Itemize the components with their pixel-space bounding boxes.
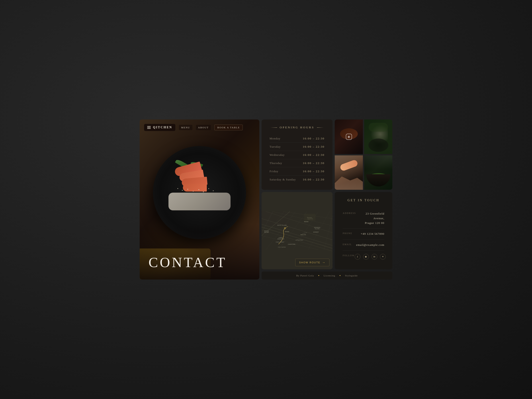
right-section: OPENING HOURS Monday 16:00 – 22:30 Tuesd… <box>262 120 392 279</box>
photo-cell-1[interactable]: ◉ <box>335 120 363 154</box>
hours-time: 16:00 – 22:30 <box>303 137 324 140</box>
svg-text:SOHO: SOHO <box>285 231 290 232</box>
hours-row: Saturday & Sunday 16:00 – 22:30 <box>270 176 324 184</box>
show-route-label: SHOW ROUTE <box>299 261 320 264</box>
svg-text:NOLITA: NOLITA <box>301 234 306 235</box>
photo-grid: ◉ <box>335 120 392 190</box>
photo-cell-3[interactable] <box>335 155 363 190</box>
email-label: EMAIL <box>343 243 352 246</box>
address-label: ADDRESS <box>343 211 356 214</box>
hours-row: Tuesday 16:00 – 22:30 <box>270 143 324 151</box>
get-in-touch-title: GET IN TOUCH <box>343 199 384 202</box>
get-in-touch-panel: GET IN TOUCH ADDRESS 23 Greenfield Avenu… <box>335 192 392 269</box>
hero-panel: CONTACT QITCHEN MENU ABOUT BOOK A TABLE <box>140 120 259 279</box>
hours-row: Monday 16:00 – 22:30 <box>270 134 324 143</box>
opening-hours-panel: OPENING HOURS Monday 16:00 – 22:30 Tuesd… <box>262 120 332 190</box>
footer-bar: By Pawel Gola Licensing Styleguide <box>262 272 392 279</box>
nav-menu-link[interactable]: MENU <box>179 125 192 130</box>
svg-text:LOWER: LOWER <box>279 237 283 238</box>
nav-about-link[interactable]: ABOUT <box>196 125 211 130</box>
address-row: ADDRESS 23 Greenfield Avenue,Prague 120 … <box>343 208 384 228</box>
hours-time: 16:00 – 22:30 <box>303 170 324 173</box>
facebook-icon[interactable]: f <box>355 254 361 260</box>
seeds-decor <box>177 188 222 206</box>
hours-day: Tuesday <box>270 145 281 149</box>
svg-text:VILLAGE: VILLAGE <box>315 228 320 229</box>
hours-time: 16:00 – 22:30 <box>303 145 324 149</box>
food-visual <box>157 151 242 217</box>
svg-point-21 <box>285 228 285 229</box>
svg-text:SOUTH VILLAGE: SOUTH VILLAGE <box>277 225 287 226</box>
nav-logo-text: QITCHEN <box>153 126 172 129</box>
follow-row: FOLLOW f ◉ in ✦ <box>343 251 384 263</box>
nav-bar: QITCHEN MENU ABOUT BOOK A TABLE <box>144 124 255 131</box>
instagram-icon[interactable]: ◉ <box>363 254 369 260</box>
hero-overlay <box>140 224 259 279</box>
svg-text:HUDSON: HUDSON <box>264 231 269 232</box>
svg-text:Square Park: Square Park <box>307 218 313 219</box>
svg-text:CHINATOWN: CHINATOWN <box>288 244 295 245</box>
map-panel: Washington Square Park NOHO SOUTH VILLAG… <box>262 192 332 269</box>
footer-licensing-link[interactable]: Licensing <box>324 274 335 277</box>
email-value: email@example.com <box>356 243 384 247</box>
hours-day: Thursday <box>270 161 282 165</box>
footer-dot-2 <box>340 275 341 276</box>
social-icons: f ◉ in ✦ <box>355 254 386 260</box>
svg-text:CIVIC CENTER: CIVIC CENTER <box>278 247 286 248</box>
hamburger-icon[interactable] <box>147 126 151 129</box>
hours-time: 16:00 – 22:30 <box>303 161 324 165</box>
hours-day: Wednesday <box>270 153 285 157</box>
page-title: CONTACT <box>149 254 227 271</box>
phone-label: PHONE <box>343 232 352 234</box>
svg-text:Washington: Washington <box>307 217 312 218</box>
photo-cell-2[interactable] <box>364 120 392 154</box>
svg-text:MANHATTAN: MANHATTAN <box>278 239 284 240</box>
map-svg: Washington Square Park NOHO SOUTH VILLAG… <box>262 192 332 269</box>
svg-text:LITTLE ITALY: LITTLE ITALY <box>296 240 304 241</box>
bowl-photo <box>366 174 391 186</box>
address-value: 23 Greenfield Avenue,Prague 120 00 <box>356 211 384 225</box>
map-visual: Washington Square Park NOHO SOUTH VILLAG… <box>262 192 332 269</box>
show-route-button[interactable]: SHOW ROUTE → <box>295 259 329 266</box>
twitter-icon[interactable]: ✦ <box>380 254 386 260</box>
photo-cell-4[interactable] <box>364 155 392 190</box>
hours-row: Wednesday 16:00 – 22:30 <box>270 151 324 159</box>
nav-logo-box[interactable]: QITCHEN <box>144 124 175 131</box>
phone-row: PHONE +49 1234 567890 <box>343 228 384 240</box>
hours-day: Monday <box>270 137 280 140</box>
hours-day: Saturday & Sunday <box>270 178 296 181</box>
instagram-icon[interactable]: ◉ <box>346 134 352 140</box>
hero-image: CONTACT <box>140 120 259 279</box>
hours-table: Monday 16:00 – 22:30 Tuesday 16:00 – 22:… <box>270 134 324 184</box>
email-row: EMAIL email@example.com <box>343 240 384 251</box>
opening-hours-title: OPENING HOURS <box>270 126 324 129</box>
hours-row: Thursday 16:00 – 22:30 <box>270 159 324 167</box>
svg-text:UKRAINIAN: UKRAINIAN <box>314 227 320 228</box>
hours-row: Friday 16:00 – 22:30 <box>270 167 324 176</box>
hours-time: 16:00 – 22:30 <box>303 178 324 181</box>
hours-day: Friday <box>270 170 279 173</box>
svg-text:SQUARE: SQUARE <box>264 232 269 233</box>
footer-styleguide-link[interactable]: Styleguide <box>345 274 358 277</box>
svg-text:NOHO: NOHO <box>304 221 309 222</box>
footer-dot-1 <box>318 275 319 276</box>
svg-text:BOWERY: BOWERY <box>313 231 319 233</box>
arrow-icon: → <box>322 261 326 264</box>
hours-time: 16:00 – 22:30 <box>303 153 324 157</box>
phone-value: +49 1234 567890 <box>361 232 384 236</box>
follow-label: FOLLOW <box>343 254 355 257</box>
footer-credit: By Pawel Gola <box>296 274 314 277</box>
nav-book-button[interactable]: BOOK A TABLE <box>214 125 243 130</box>
svg-text:CANAL STREET: CANAL STREET <box>276 242 284 243</box>
linkedin-icon[interactable]: in <box>372 254 377 260</box>
